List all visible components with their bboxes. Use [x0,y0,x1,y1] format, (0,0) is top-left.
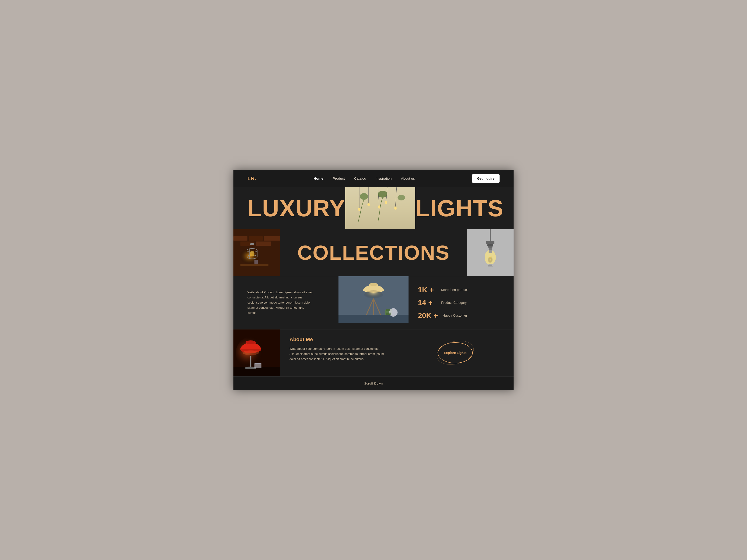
svg-point-11 [385,201,387,204]
hero-section: LUXURY [233,187,514,229]
site-wrapper: LR. Home Product Catalog Inspiration Abo… [233,170,514,390]
hero-left: LUXURY [233,187,345,229]
nav-links: Home Product Catalog Inspiration About u… [314,177,415,181]
svg-point-14 [378,191,387,197]
svg-rect-48 [489,264,492,265]
stat-row-3: 20K + Happy Customer [418,311,499,320]
collections-section: COLLECTIONS [233,229,514,276]
svg-rect-65 [386,314,391,315]
svg-point-35 [250,251,254,257]
hero-title-luxury: LUXURY [248,196,345,220]
svg-rect-25 [250,243,254,245]
stat-row-1: 1K + More then product [418,286,499,294]
svg-point-9 [367,203,370,206]
explore-lights-label: Explore Lights [444,351,466,355]
nav-home[interactable]: Home [314,177,324,180]
collections-title: COLLECTIONS [280,241,467,265]
about-content: About Me Write about Your company. Lorem… [280,329,397,376]
about-section: About Me Write about Your company. Lorem… [233,329,514,376]
brand-logo: LR. [248,176,256,182]
info-section: Write about Product. Lorem ipsum dolor s… [233,276,514,329]
svg-point-73 [246,341,256,344]
svg-rect-76 [255,363,261,364]
collections-right-image [467,229,514,276]
info-center-image [338,276,409,323]
nav-product[interactable]: Product [333,177,345,180]
about-body-text: Write about Your company. Lorem ipsum do… [289,346,387,362]
nav-about[interactable]: About us [401,177,415,180]
svg-rect-50 [488,266,493,267]
collections-left-image [233,229,280,276]
info-text-left: Write about Product. Lorem ipsum dolor s… [233,276,338,329]
svg-rect-49 [488,265,492,266]
svg-point-8 [358,208,360,211]
stat-label-3: Happy Customer [443,314,467,317]
svg-rect-36 [240,264,268,266]
info-stats: 1K + More then product 14 + Product Cate… [409,276,514,329]
stat-number-3: 20K + [418,311,438,320]
stat-label-2: Product Category [441,301,467,304]
svg-rect-53 [338,315,409,323]
nav-inspiration[interactable]: Inspiration [376,177,392,180]
svg-point-12 [394,207,396,210]
svg-rect-42 [487,244,493,246]
stat-number-2: 14 + [418,298,437,307]
stat-row-2: 14 + Product Category [418,298,499,307]
navbar: LR. Home Product Catalog Inspiration Abo… [233,170,514,187]
svg-rect-43 [488,246,493,247]
svg-point-58 [369,283,378,286]
svg-rect-75 [254,363,261,368]
scroll-down-label: Scroll Down [364,382,383,385]
svg-rect-44 [489,247,492,250]
stat-number-1: 1K + [418,286,437,294]
svg-point-74 [242,350,259,355]
about-title: About Me [289,337,387,343]
hero-title-lights: LIGHTS [415,196,504,220]
svg-point-59 [364,290,383,300]
nav-catalog[interactable]: Catalog [354,177,366,180]
svg-rect-64 [386,313,391,314]
svg-rect-37 [254,260,258,264]
about-image [233,329,280,376]
get-inquire-button[interactable]: Get Inquire [472,174,499,183]
svg-point-13 [360,193,368,200]
svg-rect-41 [486,241,494,244]
explore-lights-button[interactable]: Explore Lights [438,342,473,363]
svg-rect-23 [256,241,271,246]
hero-right: LIGHTS [415,187,514,229]
stat-label-1: More then product [441,288,468,292]
scroll-down-bar: Scroll Down [233,376,514,390]
about-cta: Explore Lights [397,329,514,376]
svg-rect-69 [233,367,280,376]
svg-point-15 [397,195,405,201]
hero-center-image [345,187,415,229]
svg-rect-21 [264,236,280,241]
svg-rect-19 [233,236,248,241]
svg-rect-46 [489,250,492,253]
svg-rect-63 [386,312,391,313]
svg-rect-70 [250,356,251,368]
svg-rect-20 [249,236,263,241]
info-body-text: Write about Product. Lorem ipsum dolor s… [248,290,313,316]
